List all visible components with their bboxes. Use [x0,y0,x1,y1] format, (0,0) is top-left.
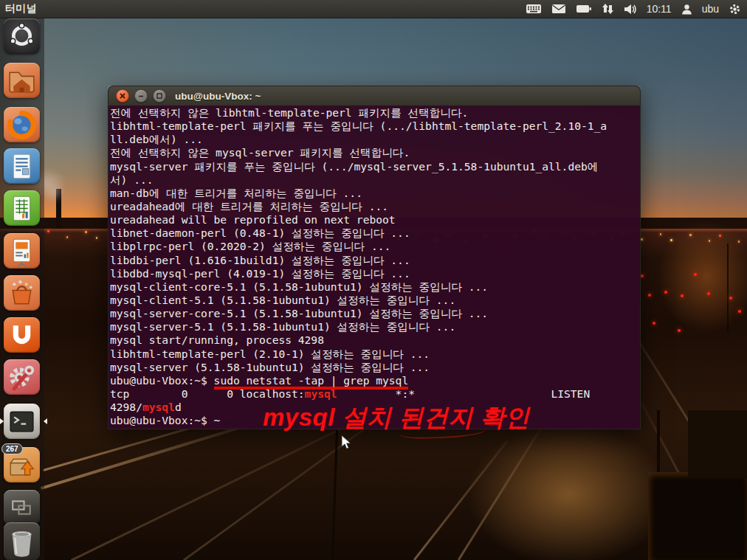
light-dot [709,240,711,242]
light-dot [648,294,651,297]
window-title: ubu@ubu-Vbox: ~ [175,91,261,102]
software-center-icon [4,275,40,311]
terminal-line: mysql-server 패키지를 푸는 중입니다 (.../mysql-ser… [110,160,640,173]
launcher-item-libreoffice-calc[interactable] [4,190,40,226]
wallpaper-glow-patch [658,221,747,332]
terminal-line: ureadahead will be reprofiled on next re… [110,213,640,227]
terminal-line: libplrpc-perl (0.2020-2) 설정하는 중입니다 ... [110,240,640,253]
terminal-icon [4,404,40,440]
light-dot [66,236,69,238]
active-app-title: 터미널 [5,2,37,15]
session-gear-icon[interactable] [729,3,741,15]
wallpaper-pole [727,243,729,332]
dash-home-icon [4,18,40,55]
trash-icon [4,522,40,560]
terminal-window: ubu@ubu-Vbox: ~ 전에 선택하지 않은 libhtml-templ… [108,86,641,429]
light-dot [670,239,672,241]
terminal-line: mysql-client-core-5.1 (5.1.58-1ubuntu1) … [110,280,640,294]
update-count-badge: 267 [1,443,23,454]
light-dot [729,297,732,300]
close-icon [117,90,128,102]
launcher-item-update-manager[interactable]: 267 [4,447,40,483]
clock[interactable]: 10:11 [647,3,672,15]
maximize-button[interactable] [153,89,166,103]
running-indicator-arrow [0,418,7,424]
calc-icon [4,190,40,227]
launcher-item-ubuntu-one[interactable] [4,317,40,353]
launcher-item-dash-home[interactable] [4,18,40,54]
terminal-line: mysql-server-5.1 (5.1.58-1ubuntu1) 설정하는 … [110,320,640,333]
wallpaper-building-silhouette [688,410,747,478]
launcher-item-libreoffice-impress[interactable] [4,233,40,269]
light-dot [738,310,741,313]
light-dot [678,329,681,332]
launcher-item-workspace-switcher[interactable] [4,490,40,525]
top-panel: 터미널 10:11 ubu [0,0,747,18]
launcher-item-home-folder[interactable] [4,63,40,98]
light-dot [85,231,87,233]
firefox-icon [4,107,40,143]
launcher-item-libreoffice-writer[interactable] [4,148,40,184]
wallpaper-train-silhouette [648,472,747,560]
light-dot [689,234,692,236]
writer-icon [4,148,40,184]
light-dot [660,233,662,235]
light-dot [653,322,655,325]
terminal-line: ll.deb에서) ... [110,133,640,146]
terminal-line: mysql start/running, process 4298 [110,333,640,347]
mail-icon[interactable] [551,3,566,15]
username[interactable]: ubu [702,3,719,15]
launcher-item-software-center[interactable] [4,275,40,311]
terminal-line: libdbi-perl (1.616-1build1) 설정하는 중입니다 ..… [110,254,640,267]
mouse-cursor [341,435,351,450]
panel-indicators: 10:11 ubu [526,3,741,15]
launcher-item-system-settings[interactable] [4,359,40,395]
minimize-icon [135,90,147,102]
terminal-line: ureadahead에 대한 트리거를 처리하는 중입니다 ... [110,200,640,213]
terminal-line: ubu@ubu-Vbox:~$ sudo netstat -tap | grep… [110,374,640,387]
settings-gear-wrench-icon [4,359,40,395]
terminal-line: mysql-server-core-5.1 (5.1.58-1ubuntu1) … [110,307,640,320]
launcher-item-firefox[interactable] [4,107,40,142]
light-dot [719,235,721,237]
launcher-item-trash[interactable] [4,522,40,560]
home-folder-icon [4,63,40,99]
workspace-switcher-icon [4,490,40,526]
light-dot [664,291,667,294]
launcher-item-terminal[interactable] [4,404,40,439]
ubuntu-one-icon [4,317,40,353]
minimize-button[interactable] [134,89,148,103]
terminal-line: libhtml-template-perl (2.10-1) 설정하는 중입니다… [110,348,640,361]
maximize-icon [154,90,165,102]
desktop: 터미널 10:11 ubu [0,0,747,560]
terminal-line: 전에 선택하지 않은 mysql-server 패키지를 선택합니다. [110,146,640,159]
terminal-line: tcp 0 0 localhost:mysql *:* LISTEN [110,387,640,401]
terminal-line: libhtml-template-perl 패키지를 푸는 중입니다 (.../… [110,120,640,133]
close-button[interactable] [116,89,129,103]
keyboard-icon[interactable] [526,3,542,15]
light-dot [694,273,697,276]
annotation-text: mysql 설치 된건지 확인 [263,401,529,435]
network-icon[interactable] [602,3,614,15]
terminal-body[interactable]: 전에 선택하지 않은 libhtml-template-perl 패키지를 선택… [108,106,641,429]
titlebar[interactable]: ubu@ubu-Vbox: ~ [108,86,641,106]
light-dot [641,238,643,241]
launcher: 267 [0,18,44,560]
light-dot [738,241,740,243]
user-icon[interactable] [681,4,692,15]
light-dot [641,274,644,277]
focused-indicator-arrow [41,418,47,424]
terminal-line: man-db에 대한 트리거를 처리하는 중입니다 ... [110,187,640,200]
terminal-line: 서) ... [110,173,640,187]
terminal-line: mysql-client-5.1 (5.1.58-1ubuntu1) 설정하는 … [110,294,640,307]
volume-icon[interactable] [624,3,637,15]
battery-icon[interactable] [576,3,592,15]
terminal-line: mysql-server (5.1.58-1ubuntu1) 설정하는 중입니다… [110,361,640,374]
impress-icon [4,233,40,269]
grep-match: mysql [305,387,337,400]
terminal-line: libnet-daemon-perl (0.48-1) 설정하는 중입니다 ..… [110,227,640,240]
light-dot [96,237,98,239]
terminal-line: 전에 선택하지 않은 libhtml-template-perl 패키지를 선택… [110,106,640,120]
wallpaper-smoke [43,183,65,202]
terminal-line: libdbd-mysql-perl (4.019-1) 설정하는 중입니다 ..… [110,267,640,280]
